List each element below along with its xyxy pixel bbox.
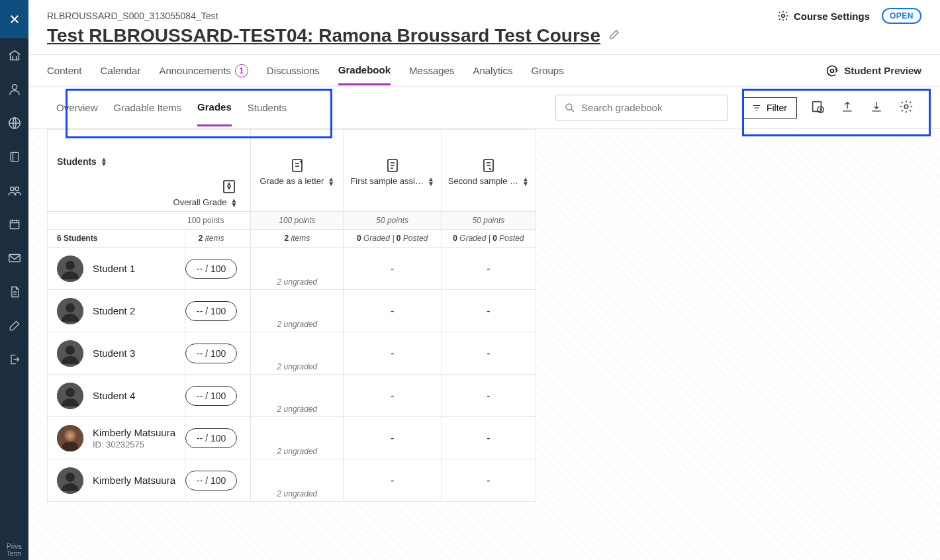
institution-icon[interactable] [0, 38, 28, 72]
overall-grade-cell[interactable]: -- / 100 [185, 332, 251, 375]
col-header-first-assignment[interactable]: First sample assi…▲▼ [344, 130, 441, 212]
student-name-cell[interactable]: Student 2 [48, 290, 185, 332]
points-row: 100 points 100 points 50 points 50 point… [48, 212, 536, 230]
letter-grade-cell[interactable]: 2 ungraded [251, 375, 344, 417]
privacy-link-text[interactable]: Priva [7, 543, 22, 550]
svg-point-20 [66, 303, 75, 312]
table-row[interactable]: Student 3-- / 100 2 ungraded-- [48, 332, 536, 375]
second-assignment-cell[interactable]: - [441, 332, 536, 375]
search-input[interactable] [581, 102, 719, 113]
grade-pill[interactable]: -- / 100 [185, 259, 237, 279]
document-icon[interactable] [0, 275, 28, 308]
search-gradebook[interactable] [555, 95, 728, 121]
svg-point-26 [64, 430, 76, 442]
tab-gradebook[interactable]: Gradebook [338, 56, 391, 85]
col-header-students[interactable]: Students▲▼ Overall Grade▲▼ [48, 130, 251, 212]
letter-grade-cell[interactable]: 2 ungraded [251, 290, 344, 332]
grade-pill[interactable]: -- / 100 [185, 386, 237, 406]
col-header-grade-letter[interactable]: Grade as a letter▲▼ [251, 130, 344, 212]
tab-groups[interactable]: Groups [531, 57, 563, 84]
table-row[interactable]: Student 4-- / 100 2 ungraded-- [48, 375, 536, 417]
col-header-second-assignment[interactable]: Second sample …▲▼ [441, 130, 536, 212]
svg-point-3 [10, 187, 13, 191]
calendar-icon[interactable] [0, 207, 28, 241]
overall-grade-cell[interactable]: -- / 100 [185, 375, 251, 417]
grade-pill[interactable]: -- / 100 [185, 301, 237, 321]
tab-content[interactable]: Content [47, 57, 82, 84]
second-assignment-cell[interactable]: - [441, 248, 536, 290]
tab-discussions[interactable]: Discussions [267, 57, 320, 84]
first-assignment-cell[interactable]: - [344, 290, 441, 332]
first-assignment-cell[interactable]: - [344, 248, 441, 290]
subtab-grades[interactable]: Grades [197, 89, 232, 126]
grade-pill[interactable]: -- / 100 [185, 471, 237, 490]
gradebook-settings-button[interactable] [896, 97, 916, 118]
overall-grade-cell[interactable]: -- / 100 [185, 290, 251, 332]
book-icon[interactable] [0, 140, 28, 173]
filter-button[interactable]: Filter [742, 97, 797, 118]
course-settings-button[interactable]: Course Settings [777, 10, 870, 22]
search-icon [564, 102, 576, 114]
sort-icon: ▲▼ [231, 198, 238, 207]
table-row[interactable]: Kimberly MatsuuraID: 30232575-- / 100 2 … [48, 417, 536, 459]
signout-icon[interactable] [0, 342, 28, 376]
tab-calendar[interactable]: Calendar [101, 57, 141, 84]
first-assignment-cell[interactable]: - [344, 417, 441, 459]
upload-button[interactable] [838, 97, 857, 118]
overall-grade-cell[interactable]: -- / 100 [185, 459, 251, 502]
ungraded-note: 2 ungraded [251, 362, 343, 371]
profile-icon[interactable] [0, 72, 28, 106]
grade-pill[interactable]: -- / 100 [185, 428, 237, 448]
course-visibility-pill[interactable]: OPEN [882, 8, 921, 24]
avatar [57, 383, 83, 409]
left-rail: Priva Term [0, 0, 28, 560]
letter-grade-cell[interactable]: 2 ungraded [251, 332, 344, 375]
overall-grade-cell[interactable]: -- / 100 [185, 417, 251, 459]
student-name-cell[interactable]: Kimberly Matsuura [48, 459, 185, 502]
first-assignment-cell[interactable]: - [344, 332, 441, 375]
table-row[interactable]: Kimberly Matsuura-- / 100 2 ungraded-- [48, 459, 536, 502]
student-name-cell[interactable]: Student 4 [48, 375, 185, 417]
svg-point-0 [12, 84, 17, 89]
letter-grade-cell[interactable]: 2 ungraded [251, 417, 344, 459]
groups-icon[interactable] [0, 173, 28, 207]
tab-messages[interactable]: Messages [409, 57, 454, 84]
page-title[interactable]: Test RLBROUSSARD-TEST04: Ramona Broussar… [47, 25, 600, 46]
avatar [57, 340, 83, 367]
tab-announcements[interactable]: Announcements1 [159, 56, 248, 85]
table-row[interactable]: Student 2-- / 100 2 ungraded-- [48, 290, 536, 332]
first-assignment-cell[interactable]: - [344, 375, 441, 417]
letter-grade-cell[interactable]: 2 ungraded [251, 248, 344, 290]
subtab-overview[interactable]: Overview [56, 90, 98, 125]
grade-pill[interactable]: -- / 100 [185, 344, 237, 363]
mail-icon[interactable] [0, 241, 28, 275]
second-assignment-cell[interactable]: - [441, 375, 536, 417]
download-button[interactable] [867, 97, 886, 118]
second-assignment-cell[interactable]: - [441, 459, 536, 502]
subtab-students[interactable]: Students [248, 90, 287, 125]
student-name-cell[interactable]: Kimberly MatsuuraID: 30232575 [48, 417, 185, 459]
tab-analytics[interactable]: Analytics [473, 57, 512, 84]
avatar [57, 256, 83, 282]
gradebook-grid-wrap: Students▲▼ Overall Grade▲▼ Grade as a le… [28, 129, 940, 560]
student-name-cell[interactable]: Student 3 [48, 332, 185, 375]
edit-title-button[interactable] [608, 28, 620, 43]
first-assignment-cell[interactable]: - [344, 459, 441, 502]
student-name-cell[interactable]: Student 1 [48, 248, 185, 290]
student-name: Student 4 [93, 390, 135, 401]
student-preview-button[interactable]: Student Preview [825, 64, 921, 77]
letter-grade-cell[interactable]: 2 ungraded [251, 459, 344, 502]
breadcrumb[interactable]: RLBROUSSARD_S000_313055084_Test [47, 11, 218, 21]
second-assignment-cell[interactable]: - [441, 417, 536, 459]
subtab-gradable-items[interactable]: Gradable Items [114, 90, 182, 125]
overall-grade-cell[interactable]: -- / 100 [185, 248, 251, 290]
grade-history-button[interactable] [808, 97, 827, 118]
compose-icon[interactable] [0, 308, 28, 342]
close-panel-button[interactable] [0, 0, 28, 38]
globe-icon[interactable] [0, 106, 28, 140]
upload-icon [841, 100, 854, 113]
second-assignment-cell[interactable]: - [441, 290, 536, 332]
table-row[interactable]: Student 1-- / 100 2 ungraded-- [48, 248, 536, 290]
page-header: RLBROUSSARD_S000_313055084_Test Course S… [28, 0, 940, 55]
terms-link-text[interactable]: Term [7, 550, 22, 557]
